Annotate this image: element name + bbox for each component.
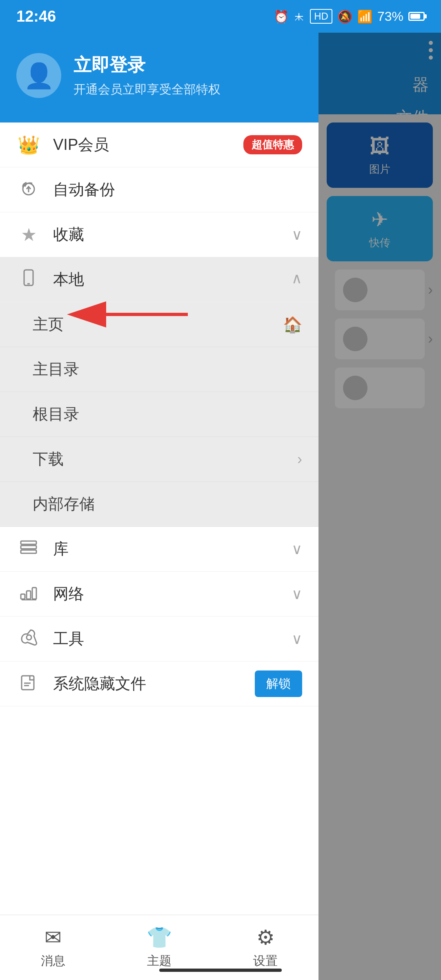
nav-item-messages[interactable]: ✉ 消息 [0, 926, 106, 969]
settings-gear-icon: ⚙ [256, 926, 275, 949]
svg-rect-9 [32, 588, 36, 599]
hidden-files-icon [16, 672, 41, 696]
nav-item-settings[interactable]: ⚙ 设置 [212, 926, 318, 969]
submenu-item-maindir[interactable]: 主目录 [0, 347, 318, 392]
theme-icon: 👕 [147, 926, 172, 949]
local-phone-icon [16, 267, 41, 292]
home-indicator [159, 969, 282, 972]
maindir-label: 主目录 [33, 359, 302, 380]
messages-label: 消息 [41, 953, 65, 969]
submenu-item-download[interactable]: 下载 › [0, 437, 318, 482]
local-label: 本地 [53, 269, 279, 290]
tools-label: 工具 [53, 628, 279, 649]
mute-icon: 🔕 [337, 9, 352, 24]
svg-rect-8 [27, 591, 31, 599]
sidebar-item-backup[interactable]: 自动备份 [0, 167, 318, 212]
sidebar-item-hidden-files[interactable]: 系统隐藏文件 解锁 [0, 662, 318, 706]
favorites-chevron-icon: ∨ [292, 226, 302, 243]
settings-label: 设置 [253, 953, 278, 969]
status-icons: ⏰ ⯸ HD 🔕 📶 73% [274, 9, 425, 24]
hd-badge: HD [310, 9, 332, 24]
backup-label: 自动备份 [53, 179, 302, 200]
sidebar-item-network[interactable]: 网络 ∨ [0, 572, 318, 617]
network-chevron-icon: ∨ [292, 586, 302, 603]
nav-item-theme[interactable]: 👕 主题 [106, 926, 212, 969]
vip-badge: 超值特惠 [243, 135, 302, 154]
home-icon: 🏠 [283, 316, 302, 334]
download-label: 下载 [33, 449, 285, 470]
hidden-files-label: 系统隐藏文件 [53, 673, 243, 694]
sidebar-item-vip[interactable]: 👑 VIP会员 超值特惠 [0, 122, 318, 167]
svg-rect-5 [21, 546, 36, 549]
login-title: 立即登录 [74, 53, 220, 77]
unlock-button[interactable]: 解锁 [255, 670, 302, 697]
internal-label: 内部存储 [33, 494, 302, 514]
status-bar: 12:46 ⏰ ⯸ HD 🔕 📶 73% [0, 0, 441, 33]
svg-rect-6 [21, 541, 36, 544]
alarm-icon: ⏰ [274, 9, 289, 24]
svg-point-11 [27, 635, 31, 640]
favorites-label: 收藏 [53, 224, 279, 245]
login-subtitle: 开通会员立即享受全部特权 [74, 81, 220, 98]
login-info: 立即登录 开通会员立即享受全部特权 [74, 53, 220, 98]
tools-chevron-icon: ∨ [292, 630, 302, 648]
sidebar-item-tools[interactable]: 工具 ∨ [0, 617, 318, 662]
sidebar-item-favorites[interactable]: ★ 收藏 ∨ [0, 212, 318, 257]
homepage-label: 主页 [33, 314, 271, 335]
submenu-item-internal[interactable]: 内部存储 [0, 482, 318, 527]
status-time: 12:46 [16, 8, 56, 25]
tools-wrench-icon [16, 627, 41, 651]
network-label: 网络 [53, 584, 279, 604]
user-icon: 👤 [24, 61, 54, 90]
svg-rect-7 [21, 594, 25, 599]
vip-crown-icon: 👑 [16, 134, 41, 156]
avatar: 👤 [16, 53, 61, 98]
signal-icon: 📶 [357, 9, 372, 24]
vip-label: VIP会员 [53, 134, 231, 155]
backup-icon [16, 178, 41, 202]
submenu-item-homepage[interactable]: 主页 🏠 [0, 302, 318, 347]
sidebar-content: 👑 VIP会员 超值特惠 自动备份 ★ 收藏 ∨ [0, 122, 318, 915]
battery-percent: 73% [377, 9, 403, 24]
drawer-overlay[interactable] [318, 33, 441, 980]
battery-icon [408, 12, 425, 21]
library-chevron-icon: ∨ [292, 541, 302, 558]
sidebar-item-library[interactable]: 库 ∨ [0, 527, 318, 572]
sidebar-drawer: 👤 立即登录 开通会员立即享受全部特权 👑 VIP会员 超值特惠 [0, 33, 318, 980]
submenu-item-rootdir[interactable]: 根目录 [0, 392, 318, 437]
download-chevron-icon: › [297, 451, 302, 468]
svg-rect-2 [24, 270, 33, 285]
local-chevron-icon: ∨ [292, 271, 302, 288]
messages-icon: ✉ [45, 926, 62, 949]
theme-label: 主题 [147, 953, 172, 969]
library-layers-icon [16, 537, 41, 561]
sidebar-header[interactable]: 👤 立即登录 开通会员立即享受全部特权 [0, 33, 318, 122]
rootdir-label: 根目录 [33, 404, 302, 425]
bluetooth-icon: ⯸ [294, 10, 305, 23]
sidebar-item-local[interactable]: 本地 ∨ [0, 257, 318, 302]
favorites-star-icon: ★ [16, 224, 41, 245]
network-icon [16, 582, 41, 606]
local-submenu: 主页 🏠 主目录 根目录 下载 › 内部存储 [0, 302, 318, 527]
library-label: 库 [53, 539, 279, 559]
svg-rect-4 [21, 550, 36, 553]
